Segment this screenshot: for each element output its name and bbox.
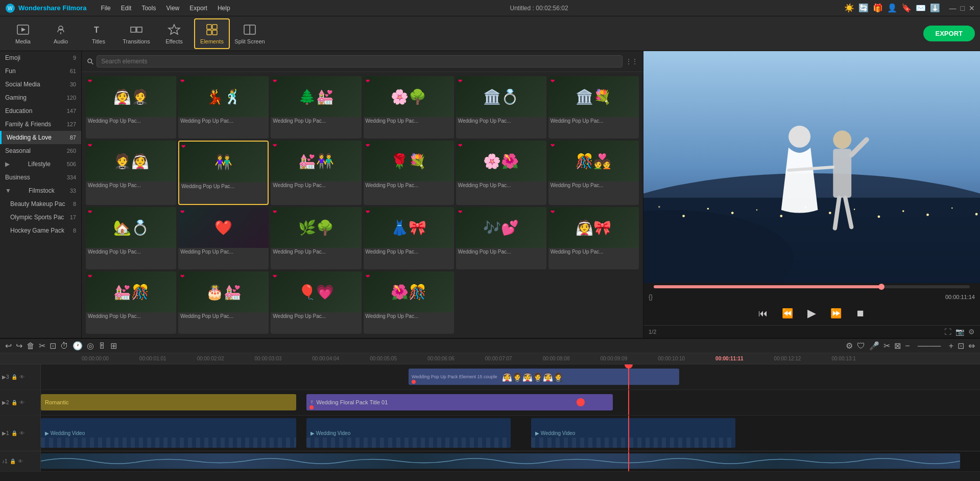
toolbar-elements[interactable]: Elements xyxy=(194,18,230,49)
forward-btn[interactable]: ⏩ xyxy=(826,306,846,321)
element-card-22[interactable]: 🌺🎊 ❤ Wedding Pop Up Pac... xyxy=(364,271,454,334)
audio-mix-btn[interactable]: 🎚 xyxy=(98,341,106,351)
sun-icon[interactable]: ☀️ xyxy=(844,3,854,13)
minimize-btn[interactable]: — xyxy=(949,4,957,12)
user-icon[interactable]: 👤 xyxy=(887,3,897,13)
bookmark-icon[interactable]: 🔖 xyxy=(901,3,912,13)
search-input[interactable] xyxy=(97,55,623,67)
menu-edit[interactable]: Edit xyxy=(117,4,136,13)
element-card-5[interactable]: 🏛️💍 ❤ Wedding Pop Up Pac... xyxy=(456,76,546,139)
toolbar-effects[interactable]: Effects xyxy=(156,18,192,49)
element-card-21[interactable]: 🎈💗 ❤ Wedding Pop Up Pac... xyxy=(271,271,361,334)
download-icon[interactable]: ⬇️ xyxy=(930,3,940,13)
element-card-10[interactable]: 🌹💐 ❤ Wedding Pop Up Pac... xyxy=(364,141,454,205)
track-v3-eye[interactable]: 👁 xyxy=(19,374,25,380)
preview-timebar[interactable] xyxy=(654,285,970,288)
color-btn[interactable]: ◎ xyxy=(87,341,94,351)
snapshot-btn[interactable]: 📷 xyxy=(955,328,964,336)
sidebar-item-family[interactable]: Family & Friends 127 xyxy=(0,118,81,131)
toolbar-transitions[interactable]: Transitions xyxy=(118,18,154,49)
sidebar-item-beauty-makeup[interactable]: Beauty Makeup Pac 8 xyxy=(0,197,81,211)
shield-btn[interactable]: 🛡 xyxy=(857,341,865,351)
sidebar-item-lifestyle[interactable]: ▶ Lifestyle 506 xyxy=(0,157,81,171)
gift-icon[interactable]: 🎁 xyxy=(873,3,883,13)
settings-btn[interactable]: ⚙ xyxy=(846,341,853,351)
element-card-2[interactable]: 💃🕺 ❤ Wedding Pop Up Pac... xyxy=(178,76,269,139)
track-v1-eye[interactable]: 👁 xyxy=(19,430,25,436)
track-v1-lock[interactable]: 🔒 xyxy=(11,430,17,436)
track-v3-lock[interactable]: 🔒 xyxy=(11,374,17,380)
split-btn[interactable]: ⊠ xyxy=(894,341,901,351)
prev-frame-btn[interactable]: ⏮ xyxy=(754,306,772,321)
sidebar-item-hockey[interactable]: Hockey Game Pack 8 xyxy=(0,224,81,237)
element-card-11[interactable]: 🌸🌺 ❤ Wedding Pop Up Pac... xyxy=(456,141,546,205)
fit-btn[interactable]: ⊡ xyxy=(958,341,964,351)
element-card-6[interactable]: 🏛️💐 ❤ Wedding Pop Up Pac... xyxy=(548,76,639,139)
fullscreen-btn[interactable]: ⛶ xyxy=(944,328,951,336)
element-card-13[interactable]: 🏡💍 ❤ Wedding Pop Up Pac... xyxy=(86,207,176,269)
mail-icon[interactable]: ✉️ xyxy=(916,3,926,13)
sidebar-item-filmstock[interactable]: ▼ Filmstock 33 xyxy=(0,184,81,197)
refresh-icon[interactable]: 🔄 xyxy=(858,3,869,13)
menu-view[interactable]: View xyxy=(162,4,183,13)
element-card-17[interactable]: 🎶💕 ❤ Wedding Pop Up Pac... xyxy=(456,207,546,269)
element-card-16[interactable]: 👗🎀 ❤ Wedding Pop Up Pac... xyxy=(364,207,454,269)
clip-video-2[interactable]: ▶ Wedding Video xyxy=(306,418,511,448)
element-card-1[interactable]: 👰🤵 ❤ Wedding Pop Up Pac... xyxy=(86,76,176,139)
menu-export[interactable]: Export xyxy=(185,4,211,13)
sidebar-item-fun[interactable]: Fun 61 xyxy=(0,64,81,78)
toolbar-audio[interactable]: Audio xyxy=(43,18,79,49)
toolbar-media[interactable]: Media xyxy=(5,18,41,49)
element-card-4[interactable]: 🌸🌳 ❤ Wedding Pop Up Pac... xyxy=(364,76,454,139)
sidebar-item-business[interactable]: Business 334 xyxy=(0,171,81,184)
clip-video-1[interactable]: ▶ Wedding Video xyxy=(41,418,296,448)
menu-tools[interactable]: Tools xyxy=(137,4,160,13)
rewind-btn[interactable]: ⏪ xyxy=(778,306,797,321)
zoom-slider-btn[interactable]: ──── xyxy=(914,341,945,351)
track-audio-eye[interactable]: 👁 xyxy=(18,459,23,464)
redo-btn[interactable]: ↪ xyxy=(16,341,22,351)
clock-btn[interactable]: 🕐 xyxy=(73,341,83,351)
zoom-in-btn[interactable]: + xyxy=(949,341,953,351)
crop-btn[interactable]: ⊡ xyxy=(50,341,56,351)
sidebar-item-gaming[interactable]: Gaming 120 xyxy=(0,91,81,104)
element-card-20[interactable]: 🎂💒 ❤ Wedding Pop Up Pac... xyxy=(178,271,269,334)
element-card-19[interactable]: 💒🎊 ❤ Wedding Pop Up Pac... xyxy=(86,271,176,334)
toolbar-split-screen[interactable]: Split Screen xyxy=(232,18,268,49)
element-card-8[interactable]: 👫 ❤ Wedding Pop Up Pac... xyxy=(178,141,269,205)
mic-btn[interactable]: 🎤 xyxy=(869,341,879,351)
element-card-14[interactable]: ❤️ ❤ Wedding Pop Up Pac... xyxy=(178,207,269,269)
out-point-btn[interactable]: } xyxy=(651,293,653,301)
element-card-18[interactable]: 👰🎀 ❤ Wedding Pop Up Pac... xyxy=(548,207,639,269)
undo-btn[interactable]: ↩ xyxy=(5,341,12,351)
element-card-12[interactable]: 🎊💑 ❤ Wedding Pop Up Pac... xyxy=(548,141,639,205)
track-v2-lock[interactable]: 🔒 xyxy=(11,400,17,405)
expand-btn[interactable]: ⇔ xyxy=(968,341,975,351)
clip-romantic[interactable]: Romantic xyxy=(41,394,296,410)
sidebar-item-olympic-sports[interactable]: Olympic Sports Pac 17 xyxy=(0,211,81,224)
play-pause-btn[interactable]: ▶ xyxy=(803,305,820,322)
grid-layout-icon[interactable]: ⋮⋮ xyxy=(626,58,638,65)
settings-preview-btn[interactable]: ⚙ xyxy=(968,328,975,336)
element-card-9[interactable]: 💒👫 ❤ Wedding Pop Up Pac... xyxy=(271,141,361,205)
sidebar-item-social-media[interactable]: Social Media 30 xyxy=(0,78,81,91)
menu-help[interactable]: Help xyxy=(213,4,234,13)
export-button[interactable]: EXPORT xyxy=(923,26,975,41)
menu-file[interactable]: File xyxy=(97,4,114,13)
clip-wedding-element[interactable]: Wedding Pop Up Pack Element 15 couple 👰🤵… xyxy=(409,369,679,385)
stabilize-btn[interactable]: ⊞ xyxy=(110,341,117,351)
speed-btn[interactable]: ⏱ xyxy=(60,341,68,351)
sidebar-item-emoji[interactable]: Emoji 9 xyxy=(0,51,81,64)
delete-btn[interactable]: 🗑 xyxy=(27,341,35,351)
track-v2-eye[interactable]: 👁 xyxy=(19,400,25,405)
sidebar-item-seasonal[interactable]: Seasonal 260 xyxy=(0,144,81,157)
preview-handle[interactable] xyxy=(878,284,885,290)
element-card-15[interactable]: 🌿🌳 ❤ Wedding Pop Up Pac... xyxy=(271,207,361,269)
sidebar-item-wedding-love[interactable]: Wedding & Love 87 xyxy=(0,131,81,144)
stop-btn[interactable]: ⏹ xyxy=(852,306,869,321)
sidebar-item-education[interactable]: Education 147 xyxy=(0,104,81,118)
element-card-3[interactable]: 🌲💒 ❤ Wedding Pop Up Pac... xyxy=(271,76,361,139)
scissors-btn[interactable]: ✂ xyxy=(883,341,890,351)
toolbar-titles[interactable]: T Titles xyxy=(81,18,116,49)
cut-btn[interactable]: ✂ xyxy=(39,341,45,351)
